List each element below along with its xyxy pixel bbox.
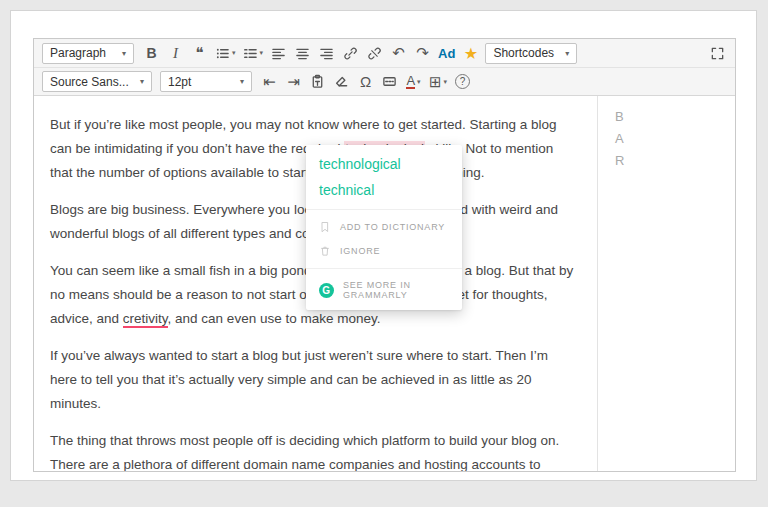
special-character-button[interactable]: Ω (354, 71, 377, 93)
clear-formatting-button[interactable] (330, 71, 353, 93)
ignore-label: IGNORE (340, 246, 380, 256)
right-gutter: B A R (597, 96, 735, 471)
insert-link-button[interactable] (339, 42, 362, 64)
grammarly-logo-icon: G (319, 283, 334, 298)
paragraph-5: The thing that throws most people off is… (50, 429, 577, 471)
font-family-label: Source Sans... (50, 75, 129, 89)
caret-down-icon: ▾ (444, 78, 448, 86)
caret-down-icon: ▾ (417, 78, 421, 86)
indent-button[interactable]: ⇥ (282, 71, 305, 93)
add-to-dictionary-button[interactable]: ADD TO DICTIONARY (306, 215, 462, 239)
caret-down-icon: ▾ (240, 77, 244, 86)
shortcodes-label: Shortcodes (493, 46, 554, 60)
align-left-icon (271, 46, 286, 61)
table-button[interactable]: ⊞ ▾ (426, 71, 450, 93)
suggestion-technological[interactable]: technological (306, 152, 462, 178)
bullet-list-button[interactable]: ▾ (212, 42, 239, 64)
text-run: , and can even use to make money. (168, 311, 381, 326)
align-center-button[interactable] (291, 42, 314, 64)
font-size-select[interactable]: 12pt ▾ (160, 71, 252, 92)
help-icon: ? (455, 74, 470, 89)
misspelled-word-cretivity[interactable]: cretivity (123, 311, 168, 328)
caret-down-icon: ▾ (140, 77, 144, 86)
text-run: If you’ve always wanted to start a blog … (50, 348, 548, 411)
add-to-dictionary-label: ADD TO DICTIONARY (340, 222, 445, 232)
paragraph-format-select[interactable]: Paragraph ▾ (42, 43, 134, 64)
shortcodes-select[interactable]: Shortcodes ▾ (485, 43, 577, 64)
toolbar-row-1: Paragraph ▾ B I ❝ ▾ (34, 39, 735, 67)
clipboard-icon (310, 74, 325, 89)
font-family-select[interactable]: Source Sans... ▾ (42, 71, 152, 92)
remove-link-button[interactable] (363, 42, 386, 64)
caret-down-icon: ▾ (565, 49, 569, 58)
star-button[interactable]: ★ (459, 42, 482, 64)
link-icon (343, 46, 358, 61)
undo-button[interactable]: ↶ (387, 42, 410, 64)
gutter-letter-b: B (615, 106, 735, 128)
bookmark-icon (319, 221, 331, 233)
paragraph-format-label: Paragraph (50, 46, 106, 60)
numbered-list-icon (243, 46, 258, 61)
text-color-button[interactable]: A ▾ (402, 71, 425, 93)
numbered-list-button[interactable]: ▾ (240, 42, 267, 64)
bullet-list-icon (215, 46, 230, 61)
eraser-icon (334, 74, 349, 89)
gutter-letter-r: R (615, 150, 735, 172)
text-run: Blogs are big business. Everywhere you l… (50, 202, 558, 241)
grammarly-suggestion-popup: technological technical ADD TO DICTIONAR… (306, 145, 462, 310)
align-center-icon (295, 46, 310, 61)
help-button[interactable]: ? (451, 71, 474, 93)
italic-button[interactable]: I (164, 42, 187, 64)
popup-divider (306, 268, 462, 269)
gutter-letter-a: A (615, 128, 735, 150)
paste-as-text-button[interactable] (306, 71, 329, 93)
read-more-icon (382, 74, 397, 89)
fullscreen-button[interactable] (706, 42, 729, 64)
popup-divider (306, 209, 462, 210)
toolbar-row-2: Source Sans... ▾ 12pt ▾ ⇤ ⇥ (34, 67, 735, 95)
caret-down-icon: ▾ (260, 49, 264, 57)
align-right-button[interactable] (315, 42, 338, 64)
suggestion-technical[interactable]: technical (306, 178, 462, 204)
outdent-button[interactable]: ⇤ (258, 71, 281, 93)
table-icon: ⊞ (429, 73, 442, 91)
bold-button[interactable]: B (140, 42, 163, 64)
align-left-button[interactable] (267, 42, 290, 64)
see-more-in-grammarly-button[interactable]: G SEE MORE IN GRAMMARLY (306, 274, 462, 306)
font-size-label: 12pt (168, 75, 191, 89)
read-more-button[interactable] (378, 71, 401, 93)
editor-toolbar: Paragraph ▾ B I ❝ ▾ (34, 39, 735, 96)
text-color-label: A (406, 74, 415, 89)
ignore-button[interactable]: IGNORE (306, 239, 462, 263)
blockquote-button[interactable]: ❝ (188, 42, 211, 64)
page-background: Paragraph ▾ B I ❝ ▾ (0, 0, 768, 507)
fullscreen-icon (710, 46, 725, 61)
caret-down-icon: ▾ (122, 49, 126, 58)
unlink-icon (367, 46, 382, 61)
ad-inserter-button[interactable]: Ad (435, 42, 458, 64)
caret-down-icon: ▾ (232, 49, 236, 57)
trash-icon (319, 245, 331, 257)
redo-button[interactable]: ↷ (411, 42, 434, 64)
text-run: The thing that throws most people off is… (50, 433, 562, 471)
see-more-label: SEE MORE IN GRAMMARLY (343, 280, 449, 300)
editor-card: Paragraph ▾ B I ❝ ▾ (10, 10, 757, 481)
align-right-icon (319, 46, 334, 61)
paragraph-4: If you’ve always wanted to start a blog … (50, 344, 577, 416)
